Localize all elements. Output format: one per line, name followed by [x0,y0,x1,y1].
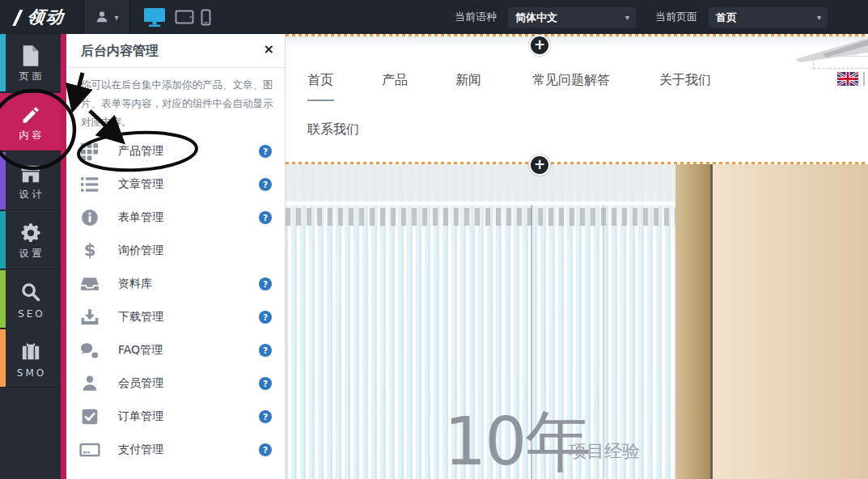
menu-item-product-management[interactable]: 产品管理 ? [66,134,285,167]
menu-item-download-management[interactable]: 下载管理 ? [66,300,285,333]
panel-title: 后台内容管理 [81,43,159,60]
help-icon[interactable]: ? [259,377,272,390]
site-nav-contact[interactable]: 联系我们 [307,121,359,138]
chat-icon [79,341,100,360]
caret-down-icon: ▾ [114,13,118,22]
current-page-label: 当前页面 [655,0,697,34]
logo-slash-icon [12,10,28,26]
sidebar-item-smo[interactable]: SMO [0,329,61,388]
desktop-icon [142,6,167,28]
flag-separator [863,72,865,86]
inbox-icon [79,274,100,294]
menu-item-article-management[interactable]: 文章管理 ? [66,167,285,201]
menu-item-payment-management[interactable]: 支付管理 ? [66,433,285,466]
search-icon [0,281,61,303]
sidebar-item-content[interactable]: 内容 [0,93,61,151]
uk-flag-icon[interactable] [837,72,858,86]
panel-description: 你可以在后台集中添加你的产品、文章、图片、表单等内容，对应的组件中会自动显示对应… [81,75,273,131]
gear-icon [0,222,61,244]
help-icon[interactable]: ? [259,211,272,224]
panel-menu-list: 产品管理 ? 文章管理 ? 表单管理 ? $ 询价管理 资料库 ? [66,134,285,466]
sidebar-item-seo[interactable]: SEO [0,270,61,329]
chevron-down-icon: ▾ [817,7,821,28]
member-icon [79,374,100,393]
section-highlight-border [286,34,868,36]
dollar-icon: $ [79,241,100,261]
list-icon [79,175,100,194]
help-icon[interactable]: ? [259,178,272,191]
add-section-button-middle[interactable]: + [529,155,550,176]
help-icon[interactable]: ? [259,278,272,290]
logo: 领动 [14,0,67,34]
current-language-label: 当前语种 [455,0,497,34]
menu-item-form-management[interactable]: 表单管理 ? [66,201,285,234]
divider [66,67,285,68]
briefcase-icon [0,340,61,362]
user-menu-button[interactable]: ▾ [83,0,130,34]
grid-icon [79,142,100,161]
info-icon [79,208,100,227]
content-management-panel: 后台内容管理 × 你可以在后台集中添加你的产品、文章、图片、表单等内容，对应的组… [66,34,286,479]
order-check-icon [79,407,100,426]
hero-banner-section[interactable]: 10年 项目经验 [286,164,868,479]
beige-wall [713,164,868,479]
site-nav-faq[interactable]: 常见问题解答 [532,72,610,89]
section-highlight-border [286,162,868,164]
curtain-seam-line [603,205,604,479]
device-tablet-button[interactable] [175,0,194,34]
language-select[interactable]: 简体中文 ▾ [508,7,636,28]
menu-item-member-management[interactable]: 会员管理 ? [66,367,285,400]
device-phone-button[interactable] [201,0,211,34]
add-section-button-top[interactable]: + [529,35,550,56]
help-icon[interactable]: ? [259,344,272,357]
site-nav-home[interactable]: 首页 [307,72,333,89]
corner-image-fragment [795,36,868,64]
help-icon[interactable]: ? [259,443,272,456]
chevron-down-icon: ▾ [625,7,629,28]
sidebar-item-pages[interactable]: 页面 [0,34,61,92]
phone-icon [201,9,211,26]
close-icon[interactable]: × [264,41,274,57]
panel-accent-strip [61,34,66,479]
page-select[interactable]: 首页 ▾ [709,7,828,28]
topbar: 领动 ▾ 当前语种 简体中文 ▾ 当前页面 首页 ▾ [0,0,868,34]
site-header-section[interactable]: 首页 产品 新闻 常见问题解答 关于我们 联系我们 [286,36,868,164]
user-icon [95,10,109,24]
pencil-icon [0,104,61,126]
menu-item-faq-management[interactable]: FAQ管理 ? [66,333,285,367]
help-icon[interactable]: ? [259,410,272,423]
device-desktop-button[interactable] [142,0,167,34]
page-icon [0,45,61,67]
site-preview-canvas: 首页 产品 新闻 常见问题解答 关于我们 联系我们 + + 10年 项目经验 [286,34,868,479]
sidebar-item-design[interactable]: 设计 [0,152,61,210]
sidebar-item-settings[interactable]: 设置 [0,211,61,269]
site-nav-news[interactable]: 新闻 [455,72,481,89]
download-icon [79,307,100,327]
active-nav-underline [307,100,334,101]
menu-item-order-management[interactable]: 订单管理 ? [66,400,285,433]
credit-card-icon [79,440,100,460]
hero-headline-small: 项目经验 [569,439,640,464]
site-nav-about[interactable]: 关于我们 [659,72,711,89]
menu-item-resource-library[interactable]: 资料库 ? [66,267,285,300]
menu-item-inquiry-management[interactable]: $ 询价管理 [66,234,285,267]
site-nav-products[interactable]: 产品 [382,72,408,89]
wood-column [675,164,710,479]
curtain-hooks [286,208,675,226]
curtain-rod [286,201,675,206]
sidebar: 页面 内容 设计 设置 SEO SMO [0,34,61,479]
help-icon[interactable]: ? [259,311,272,324]
tablet-icon [175,10,194,24]
help-icon[interactable]: ? [259,145,272,158]
store-icon [0,163,61,185]
